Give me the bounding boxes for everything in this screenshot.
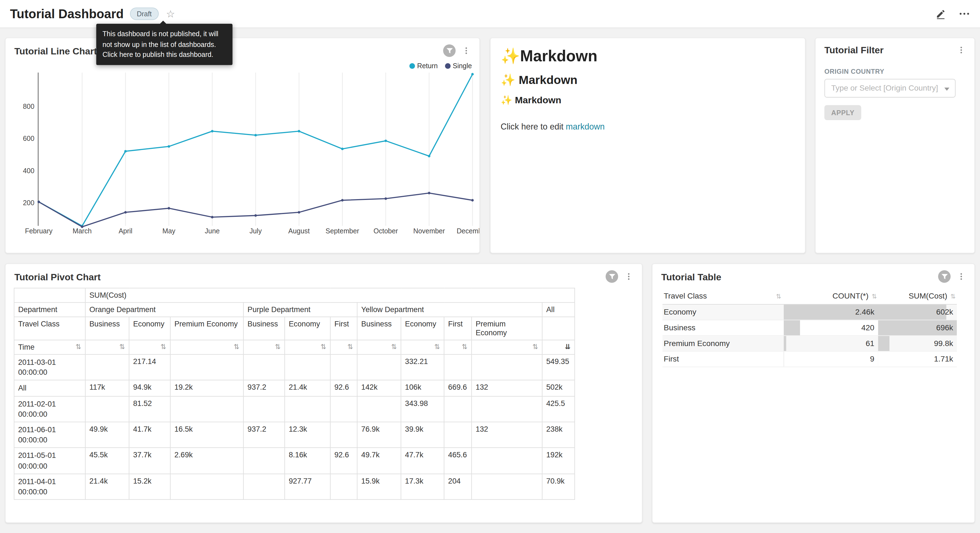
pivot-sort-cell[interactable]: ⇅ xyxy=(401,340,444,354)
pivot-col-header: First xyxy=(444,317,472,340)
cell-travel-class: Business xyxy=(663,320,784,335)
pivot-sort-cell[interactable]: ⇊ xyxy=(542,340,575,354)
svg-text:400: 400 xyxy=(23,167,35,174)
svg-text:June: June xyxy=(205,227,220,235)
sort-icon[interactable]: ⇅ xyxy=(234,343,239,351)
pivot-sub-dimension: Travel Class xyxy=(14,317,85,340)
pivot-sort-row: Time⇅⇅⇅⇅⇅⇅⇅⇅⇅⇅⇅⇊ xyxy=(14,340,575,354)
pivot-table-wrapper[interactable]: SUM(Cost)DepartmentOrange DepartmentPurp… xyxy=(14,288,634,517)
pivot-col-header: Business xyxy=(243,317,285,340)
pivot-group-header: Orange Department xyxy=(85,302,243,317)
pivot-group-header: All xyxy=(542,302,575,317)
pivot-sort-cell[interactable]: ⇅ xyxy=(243,340,285,354)
sort-icon[interactable]: ⇅ xyxy=(347,343,353,351)
pivot-sort-cell[interactable]: ⇅ xyxy=(357,340,401,354)
table-title: Tutorial Table xyxy=(661,271,721,282)
sort-icon[interactable]: ⇅ xyxy=(434,343,440,351)
sort-icon[interactable]: ⇅ xyxy=(161,343,166,351)
pivot-cell: 15.9k xyxy=(357,474,401,499)
svg-text:August: August xyxy=(288,227,310,235)
markdown-paragraph: Click here to edit markdown xyxy=(501,122,795,131)
pivot-cell: 132 xyxy=(471,380,542,396)
pivot-cell: 15.2k xyxy=(129,474,170,499)
favorite-star-icon[interactable]: ☆ xyxy=(166,8,175,20)
sort-icon[interactable]: ⇅ xyxy=(320,343,326,351)
pivot-cell: 142k xyxy=(357,380,401,396)
filter-indicator-icon[interactable] xyxy=(606,270,618,283)
filter-panel: Tutorial Filter ORIGIN COUNTRY Type or S… xyxy=(815,38,975,254)
sort-icon[interactable]: ⇅ xyxy=(462,343,468,351)
pivot-data-row: 2011-03-01 00:00:00217.14332.21549.35 xyxy=(14,354,575,380)
svg-text:200: 200 xyxy=(23,199,35,207)
pivot-row-label: 2011-02-01 00:00:00 xyxy=(14,396,85,422)
pivot-cell xyxy=(285,354,330,380)
markdown-h3: ✨ Markdown xyxy=(501,94,795,106)
filter-field-label: ORIGIN COUNTRY xyxy=(824,68,966,75)
svg-text:November: November xyxy=(413,227,445,235)
column-header-sum-cost-[interactable]: SUM(Cost)⇅ xyxy=(878,288,957,304)
kebab-menu-icon[interactable] xyxy=(957,272,966,281)
pivot-cell: 17.3k xyxy=(401,474,444,499)
pivot-cell xyxy=(243,354,285,380)
more-options-icon[interactable] xyxy=(959,8,970,19)
cell-count: 9 xyxy=(784,351,878,367)
legend-label: Single xyxy=(453,62,472,69)
pivot-cell: 94.9k xyxy=(129,380,170,396)
markdown-edit-link[interactable]: markdown xyxy=(566,122,605,131)
legend-item-return[interactable]: Return xyxy=(410,62,438,69)
sort-icon[interactable]: ⇅ xyxy=(275,343,281,351)
pivot-cell: 217.14 xyxy=(129,354,170,380)
cell-travel-class: Economy xyxy=(663,305,784,319)
panel-icons xyxy=(606,270,633,283)
apply-button[interactable]: APPLY xyxy=(824,105,861,120)
edit-pencil-icon[interactable] xyxy=(935,8,946,19)
pivot-sort-cell[interactable]: ⇅ xyxy=(331,340,357,354)
sort-icon[interactable]: ⇅ xyxy=(75,343,81,351)
filter-indicator-icon[interactable] xyxy=(938,270,950,283)
panel-header: Tutorial Filter xyxy=(816,38,974,57)
legend-item-single[interactable]: Single xyxy=(445,62,472,69)
pivot-subheader-row: Travel ClassBusinessEconomyPremium Econo… xyxy=(14,317,575,340)
panel-icons xyxy=(938,270,966,283)
column-header-travel-class[interactable]: Travel Class⇅ xyxy=(663,288,784,304)
pivot-sort-cell[interactable]: ⇅ xyxy=(85,340,129,354)
pivot-cell xyxy=(331,396,357,422)
pivot-sort-cell[interactable]: ⇅ xyxy=(285,340,330,354)
sort-icon[interactable]: ⇅ xyxy=(391,343,397,351)
pivot-cell xyxy=(85,396,129,422)
svg-text:October: October xyxy=(374,227,398,235)
pivot-cell xyxy=(331,422,357,448)
pivot-cell: 12.3k xyxy=(285,422,330,448)
kebab-menu-icon[interactable] xyxy=(624,272,633,281)
sort-icon[interactable]: ⇊ xyxy=(565,343,571,351)
pivot-sort-cell[interactable]: ⇅ xyxy=(444,340,472,354)
pivot-data-row: 2011-04-01 00:00:0021.4k15.2k927.7715.9k… xyxy=(14,474,575,499)
markdown-paragraph-text: Click here to edit xyxy=(501,122,566,131)
pivot-cell xyxy=(444,354,472,380)
column-header-count---[interactable]: COUNT(*)⇅ xyxy=(784,288,878,304)
pivot-cell: 92.6 xyxy=(331,380,357,396)
pivot-sort-cell[interactable]: ⇅ xyxy=(129,340,170,354)
table-panel: Tutorial Table Travel Class⇅COUNT(*)⇅SUM… xyxy=(652,263,975,523)
pivot-cell xyxy=(170,474,243,499)
pivot-cell: 76.9k xyxy=(357,422,401,448)
pivot-col-header: Business xyxy=(85,317,129,340)
pivot-sort-cell[interactable]: ⇅ xyxy=(170,340,243,354)
pivot-sort-cell[interactable]: ⇅ xyxy=(471,340,542,354)
sort-icon[interactable]: ⇅ xyxy=(532,343,538,351)
origin-country-select[interactable]: Type or Select [Origin Country] xyxy=(824,79,955,97)
kebab-menu-icon[interactable] xyxy=(957,45,966,54)
pivot-title: Tutorial Pivot Chart xyxy=(14,271,101,282)
draft-status-badge[interactable]: Draft xyxy=(130,8,159,20)
pivot-cell: 132 xyxy=(471,422,542,448)
filter-body: ORIGIN COUNTRY Type or Select [Origin Co… xyxy=(816,57,974,120)
pivot-metric-row: SUM(Cost) xyxy=(14,288,575,302)
table-row: Business420696k xyxy=(663,320,957,336)
pivot-data-row: All117k94.9k19.2k937.221.4k92.6142k106k6… xyxy=(14,380,575,396)
cell-travel-class: First xyxy=(663,351,784,367)
sort-icon[interactable]: ⇅ xyxy=(119,343,125,351)
pivot-col-header xyxy=(542,317,575,340)
pivot-row-dimension[interactable]: Time⇅ xyxy=(14,340,85,354)
pivot-cell: 549.35 xyxy=(542,354,575,380)
pivot-cell xyxy=(444,396,472,422)
